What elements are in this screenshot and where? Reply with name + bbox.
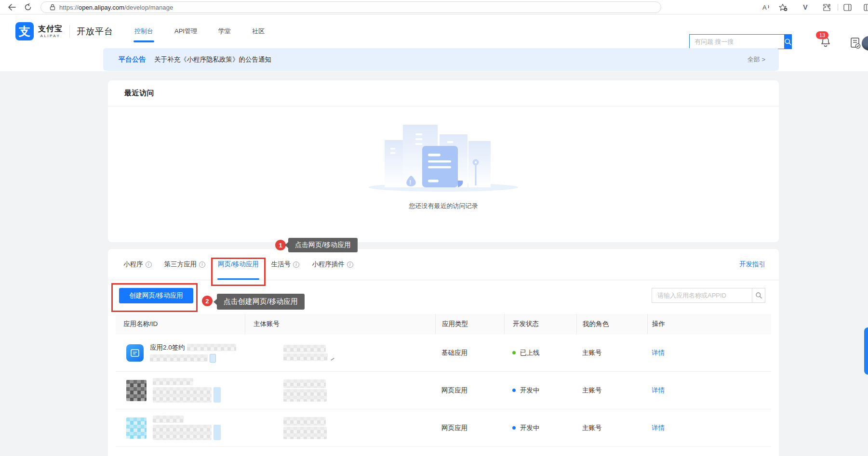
redacted-account <box>283 427 327 439</box>
floating-widget-handle[interactable] <box>864 327 868 375</box>
header-search <box>689 34 786 49</box>
nav-item-community[interactable]: 社区 <box>241 14 275 48</box>
tab-third-party-app[interactable]: 第三方应用 i <box>158 249 212 280</box>
app-name-text[interactable]: 应用2.0签约 <box>150 343 185 352</box>
dev-guide-link[interactable]: 开发指引 <box>739 249 765 280</box>
redacted-account <box>283 353 328 361</box>
app-icon <box>126 344 144 362</box>
app-name-cell <box>116 416 245 440</box>
notification-badge: 13 <box>816 31 828 39</box>
app-name-cell <box>116 378 245 403</box>
detail-link[interactable]: 详情 <box>652 349 665 357</box>
svg-text:!: ! <box>409 179 411 186</box>
tab-mini-program[interactable]: 小程序 i <box>117 249 158 280</box>
redacted-app-icon <box>126 417 147 439</box>
info-icon[interactable]: i <box>146 261 152 268</box>
empty-state-text: 您还没有最近的访问记录 <box>409 202 478 210</box>
owner-account-cell <box>245 379 435 402</box>
annotation-step-1: 1 点击网页/移动应用 <box>275 238 358 252</box>
nav-item-school[interactable]: 学堂 <box>208 14 241 48</box>
notifications-bell[interactable]: 13 <box>820 36 836 51</box>
info-icon[interactable]: i <box>293 261 299 268</box>
table-row: 网页应用 开发中 主账号 详情 <box>116 409 771 447</box>
redacted-app-id <box>153 425 212 440</box>
detail-link[interactable]: 详情 <box>652 424 665 432</box>
redaction-mark <box>331 358 334 361</box>
status-text: 开发中 <box>520 424 540 432</box>
brand-cn: 支付宝 <box>38 25 63 33</box>
info-icon[interactable]: i <box>347 261 353 268</box>
annotation-step-1-label: 点击网页/移动应用 <box>288 238 358 252</box>
recent-visits-title: 最近访问 <box>124 89 154 98</box>
redacted-app-id <box>150 354 208 362</box>
status-text: 开发中 <box>520 386 540 395</box>
brand-en: ALIPAY <box>40 34 61 38</box>
header-search-input[interactable] <box>689 34 784 49</box>
dev-status-cell: 开发中 <box>504 386 576 395</box>
col-owner-account: 主体账号 <box>245 314 435 334</box>
col-my-role: 我的角色 <box>576 314 647 334</box>
extension-v-icon[interactable]: V <box>800 1 811 13</box>
status-dot <box>512 351 516 354</box>
my-role-cell: 主账号 <box>576 424 647 432</box>
nav-item-console[interactable]: 控制台 <box>124 14 164 48</box>
redacted-copy-icon <box>214 425 221 440</box>
address-bar[interactable]: https://open.alipay.com/develop/manage <box>40 1 661 13</box>
dev-status-cell: 开发中 <box>504 424 576 432</box>
avatar[interactable] <box>862 36 868 51</box>
redacted-account <box>283 389 327 402</box>
dev-status-cell: 已上线 <box>504 349 576 357</box>
refresh-icon[interactable] <box>22 1 34 13</box>
apps-card: 小程序 i 第三方应用 i 网页/移动应用 生活号 i 小程序插件 i 开发指引 <box>108 249 779 456</box>
favorites-icon[interactable] <box>777 1 789 13</box>
brand-divider <box>69 25 70 38</box>
info-icon[interactable]: i <box>199 261 205 268</box>
nav-item-api[interactable]: API管理 <box>164 14 208 48</box>
url-text: https://open.alipay.com/develop/manage <box>59 4 173 11</box>
my-role-cell: 主账号 <box>576 349 647 357</box>
clipped-toolbar-icon[interactable] <box>862 1 868 13</box>
task-center[interactable] <box>850 37 861 50</box>
col-actions: 操作 <box>647 314 771 334</box>
app-search <box>652 288 765 303</box>
header-search-button[interactable] <box>784 34 792 49</box>
app-type-cell: 网页应用 <box>435 424 504 432</box>
app-type-cell: 网页应用 <box>435 386 504 395</box>
status-dot <box>512 389 516 392</box>
recent-visits-card: 最近访问 <box>108 80 779 242</box>
tab-lifestyle-account[interactable]: 生活号 i <box>265 249 306 280</box>
col-app-type: 应用类型 <box>435 314 504 334</box>
copy-icon[interactable] <box>210 354 216 363</box>
table-row: 网页应用 开发中 主账号 详情 <box>116 372 771 409</box>
redacted-account <box>283 417 326 426</box>
back-icon[interactable] <box>6 1 17 13</box>
app-search-button[interactable] <box>752 288 765 303</box>
toolbar-divider <box>838 4 838 11</box>
sidebar-panel-icon[interactable] <box>841 1 853 13</box>
announcement-all-link[interactable]: 全部 > <box>748 55 765 64</box>
extensions-puzzle-icon[interactable] <box>821 1 832 13</box>
redacted-app-name <box>187 344 236 351</box>
announcement-bar: 平台公告 关于补充《小程序隐私政策》的公告通知 全部 > <box>103 48 779 71</box>
redacted-copy-icon <box>214 387 221 403</box>
read-aloud-icon[interactable]: A <box>761 1 772 13</box>
table-row: 应用2.0签约 基 <box>116 334 771 372</box>
apps-table: 应用名称/ID 主体账号 应用类型 开发状态 我的角色 操作 应用2.0签约 <box>116 314 771 447</box>
svg-text:A: A <box>762 4 767 11</box>
create-web-mobile-app-button[interactable]: 创建网页/移动应用 <box>119 288 193 303</box>
redacted-app-id <box>153 387 212 403</box>
app-type-tabs: 小程序 i 第三方应用 i 网页/移动应用 生活号 i 小程序插件 i 开发指引 <box>108 249 779 280</box>
announcement-text[interactable]: 关于补充《小程序隐私政策》的公告通知 <box>154 55 271 64</box>
col-dev-status: 开发状态 <box>504 314 576 334</box>
status-text: 已上线 <box>520 349 540 357</box>
alipay-logo-icon[interactable]: 支 <box>15 22 34 40</box>
app-search-input[interactable] <box>652 288 752 303</box>
announcement-tag[interactable]: 平台公告 <box>119 55 146 64</box>
detail-link[interactable]: 详情 <box>652 386 665 395</box>
tab-mini-program-plugin[interactable]: 小程序插件 i <box>306 249 360 280</box>
redacted-account <box>283 345 326 352</box>
tab-web-mobile-app[interactable]: 网页/移动应用 <box>212 249 265 280</box>
browser-toolbar: https://open.alipay.com/develop/manage A… <box>0 0 868 14</box>
annotation-step-2-number: 2 <box>202 296 213 306</box>
redacted-app-name <box>153 416 184 423</box>
